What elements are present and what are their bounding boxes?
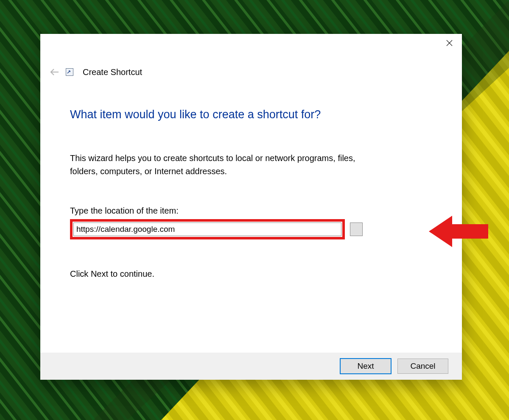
annotation-highlight xyxy=(70,219,345,239)
description-text: This wizard helps you to create shortcut… xyxy=(70,152,384,178)
location-row xyxy=(70,219,432,239)
shortcut-icon xyxy=(66,68,73,76)
location-label: Type the location of the item: xyxy=(70,206,432,216)
back-arrow-icon xyxy=(49,67,59,77)
close-icon xyxy=(446,40,453,46)
continue-text: Click Next to continue. xyxy=(70,269,432,279)
close-button[interactable] xyxy=(436,34,462,52)
dialog-footer: Next Cancel xyxy=(40,353,462,380)
dialog-header: Create Shortcut xyxy=(40,66,462,78)
next-button[interactable]: Next xyxy=(340,358,392,374)
create-shortcut-dialog: Create Shortcut What item would you like… xyxy=(40,34,462,380)
browse-button[interactable] xyxy=(350,223,363,236)
cancel-button[interactable]: Cancel xyxy=(397,359,448,374)
dialog-title: Create Shortcut xyxy=(83,67,142,77)
back-button[interactable] xyxy=(48,66,61,78)
location-input[interactable] xyxy=(73,223,341,236)
desktop-background: Create Shortcut What item would you like… xyxy=(0,0,509,420)
dialog-content: What item would you like to create a sho… xyxy=(40,78,462,353)
title-bar xyxy=(40,34,462,57)
headline-text: What item would you like to create a sho… xyxy=(70,108,432,121)
